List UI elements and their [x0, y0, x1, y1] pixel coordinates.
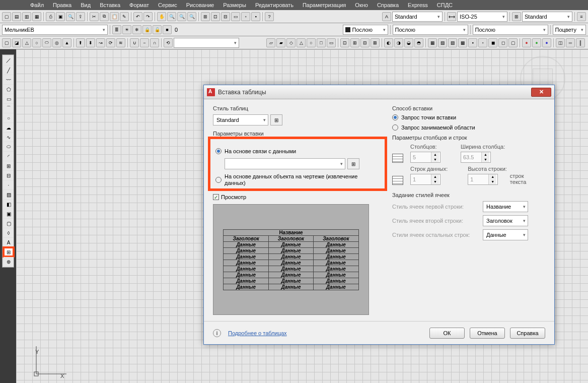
f3-icon[interactable]: ● — [542, 38, 551, 47]
pline-icon[interactable]: 〰 — [4, 75, 14, 84]
c5-icon[interactable]: ○ — [307, 38, 316, 47]
table-style-combo[interactable]: Standard — [522, 12, 572, 22]
addsel-icon[interactable]: ⊕ — [4, 257, 14, 266]
d4-icon[interactable]: ◓ — [414, 38, 423, 47]
torus-icon[interactable]: ◎ — [52, 38, 61, 47]
cancel-button[interactable]: Отмена — [470, 328, 505, 339]
box-icon[interactable]: ▢ — [2, 38, 11, 47]
menu-modify[interactable]: Редактировать — [255, 2, 293, 8]
menu-service[interactable]: Сервис — [158, 2, 177, 8]
wedge-icon[interactable]: ◪ — [12, 38, 21, 47]
c1-icon[interactable]: ▱ — [266, 38, 275, 47]
e4-icon[interactable]: ▩ — [458, 38, 467, 47]
ellipsearc-icon[interactable]: ◜ — [4, 152, 14, 161]
rect-icon[interactable]: ▭ — [4, 94, 14, 103]
cs-other-combo[interactable]: Данные — [483, 229, 528, 240]
zoomw-icon[interactable]: 🔍 — [177, 12, 186, 21]
cut-icon[interactable]: ✂ — [90, 12, 99, 21]
dialog-titlebar[interactable]: Вставка таблицы ✕ — [204, 85, 554, 99]
regen-icon[interactable]: ⟲ — [164, 38, 173, 47]
c11-icon[interactable]: ⊠ — [371, 38, 380, 47]
menu-spds[interactable]: СПДС — [437, 2, 453, 8]
block-icon[interactable]: ⊞ — [4, 161, 14, 170]
colw-input[interactable]: ▲▼ — [461, 152, 491, 163]
table-style-select[interactable]: Standard — [213, 114, 268, 125]
extrude-icon[interactable]: ⬆ — [76, 38, 85, 47]
new-icon[interactable]: ▢ — [2, 12, 11, 21]
ltype-combo[interactable]: Послою — [393, 25, 468, 35]
ellipse-icon[interactable]: ⬭ — [4, 142, 14, 151]
open-icon[interactable]: ▤ — [12, 12, 21, 21]
union-icon[interactable]: ∪ — [130, 38, 139, 47]
paste-icon[interactable]: 📋 — [110, 12, 119, 21]
layer-icon[interactable]: ≣ — [112, 25, 121, 34]
point-icon[interactable]: · — [4, 180, 14, 189]
e5-icon[interactable]: ▪ — [468, 38, 477, 47]
text-style-combo[interactable]: Standard — [392, 12, 443, 22]
plotstyle-combo[interactable]: Поцвету — [553, 25, 586, 35]
g2-icon[interactable]: ═ — [566, 38, 575, 47]
d2-icon[interactable]: ◑ — [394, 38, 403, 47]
zoomp-icon[interactable]: 🔍 — [187, 12, 196, 21]
rows-input[interactable]: ▲▼ — [410, 174, 440, 185]
d3-icon[interactable]: ◒ — [404, 38, 413, 47]
color-icon[interactable]: ■ — [163, 25, 172, 34]
cylinder-icon[interactable]: ⬭ — [42, 38, 51, 47]
lweight-combo[interactable]: Послою — [473, 25, 548, 35]
e1-icon[interactable]: ▦ — [428, 38, 437, 47]
boundary-icon[interactable]: ▢ — [4, 219, 14, 228]
revcloud-icon[interactable]: ☁ — [4, 123, 14, 132]
menu-view[interactable]: Вид — [81, 2, 91, 8]
more-link[interactable]: Подробнее о таблицах — [228, 330, 287, 336]
zoom-icon[interactable]: 🔍 — [167, 12, 176, 21]
menu-format[interactable]: Формат — [129, 2, 149, 8]
freeze-icon[interactable]: ❄ — [132, 25, 141, 34]
region-icon[interactable]: ▣ — [4, 209, 14, 218]
markup-icon[interactable]: ▫ — [241, 12, 250, 21]
circle-icon[interactable]: ○ — [4, 113, 14, 122]
navbar-combo[interactable] — [174, 38, 239, 48]
loft-icon[interactable]: ≋ — [116, 38, 125, 47]
menu-draw[interactable]: Рисование — [186, 2, 214, 8]
e2-icon[interactable]: ▧ — [438, 38, 447, 47]
table-icon[interactable]: ⊞ — [4, 247, 14, 257]
wipeout-icon[interactable]: ◊ — [4, 228, 14, 237]
menu-insert[interactable]: Вставка — [100, 2, 120, 8]
publish-icon[interactable]: ⇪ — [76, 12, 85, 21]
e8-icon[interactable]: ◻ — [498, 38, 507, 47]
menu-param[interactable]: Параметризация — [303, 2, 346, 8]
color-combo[interactable]: Послою — [343, 25, 388, 35]
c7-icon[interactable]: ▭ — [327, 38, 336, 47]
mlstyle-icon[interactable]: ≡ — [577, 12, 586, 21]
line-icon[interactable]: ／ — [4, 56, 14, 65]
saveas-icon[interactable]: ▦ — [32, 12, 41, 21]
e3-icon[interactable]: ▨ — [448, 38, 457, 47]
preview-checkbox[interactable] — [213, 194, 219, 200]
c10-icon[interactable]: ⊟ — [360, 38, 370, 47]
match-icon[interactable]: ✎ — [120, 12, 129, 21]
textstyle-icon[interactable]: A — [382, 12, 391, 21]
calc-icon[interactable]: ▪ — [251, 12, 260, 21]
help-icon[interactable]: ? — [265, 12, 274, 21]
props-icon[interactable]: ⊞ — [201, 12, 210, 21]
e7-icon[interactable]: ◼ — [488, 38, 497, 47]
menu-express[interactable]: Express — [408, 2, 428, 8]
ok-button[interactable]: ОК — [429, 328, 465, 339]
e6-icon[interactable]: ▫ — [478, 38, 487, 47]
copy-icon[interactable]: ⧉ — [100, 12, 109, 21]
sweep-icon[interactable]: ↝ — [96, 38, 105, 47]
help-button[interactable]: Справка — [510, 328, 545, 339]
preview-icon[interactable]: 🔍 — [66, 12, 75, 21]
radio-extract[interactable] — [215, 177, 222, 183]
polygon-icon[interactable]: ⬠ — [4, 85, 14, 94]
undo-icon[interactable]: ↶ — [133, 12, 142, 21]
menu-dim[interactable]: Размеры — [223, 2, 246, 8]
cs-second-combo[interactable]: Заголовок — [483, 215, 528, 226]
hatch-icon[interactable]: ▨ — [4, 190, 14, 199]
sheet-icon[interactable]: ▭ — [231, 12, 240, 21]
menu-edit[interactable]: Правка — [53, 2, 71, 8]
cols-input[interactable]: ▲▼ — [410, 152, 440, 163]
tablestyle-icon[interactable]: ⊞ — [512, 12, 521, 21]
sphere-icon[interactable]: ○ — [32, 38, 41, 47]
c2-icon[interactable]: ▰ — [276, 38, 285, 47]
